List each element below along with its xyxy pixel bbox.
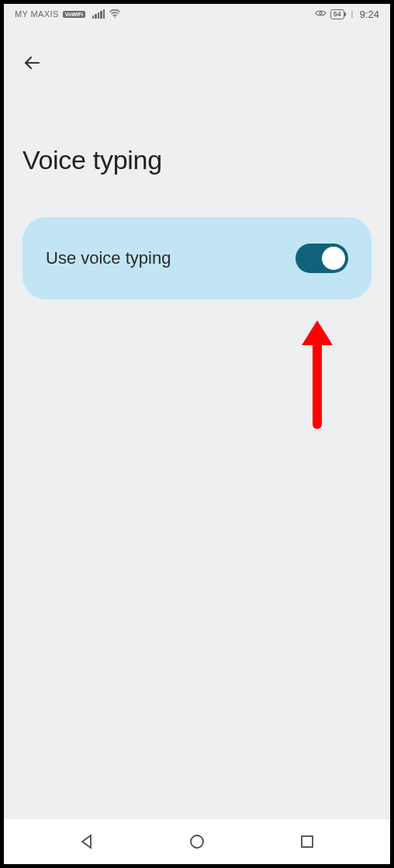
svg-point-3 — [191, 835, 203, 848]
battery-separator: ｜ — [348, 9, 356, 19]
navigation-bar — [4, 819, 390, 864]
svg-rect-4 — [302, 836, 313, 847]
status-bar: MY MAXIS VoWiFi 54 ｜ 9:24 — [4, 4, 390, 24]
signal-icon — [92, 9, 105, 19]
carrier-label: MY MAXIS — [15, 9, 59, 19]
nav-recent-button[interactable] — [280, 826, 334, 857]
arrow-left-icon — [22, 54, 41, 72]
voice-typing-setting-row[interactable]: Use voice typing — [22, 217, 372, 299]
triangle-back-icon — [78, 833, 95, 850]
clock: 9:24 — [360, 9, 379, 20]
circle-home-icon — [188, 833, 206, 850]
vowifi-badge: VoWiFi — [63, 11, 85, 18]
page-title: Voice typing — [22, 145, 372, 175]
svg-point-1 — [320, 12, 322, 14]
svg-point-0 — [115, 16, 116, 17]
nav-back-button[interactable] — [60, 826, 114, 857]
voice-typing-toggle[interactable] — [296, 244, 348, 273]
toggle-knob — [322, 247, 345, 270]
wifi-icon — [109, 9, 120, 20]
back-button[interactable] — [22, 47, 54, 78]
setting-label: Use voice typing — [46, 248, 171, 268]
visibility-icon — [315, 9, 327, 19]
battery-indicator: 54 — [330, 9, 344, 19]
square-recent-icon — [299, 834, 315, 849]
annotation-arrow — [296, 316, 342, 443]
nav-home-button[interactable] — [170, 826, 224, 857]
